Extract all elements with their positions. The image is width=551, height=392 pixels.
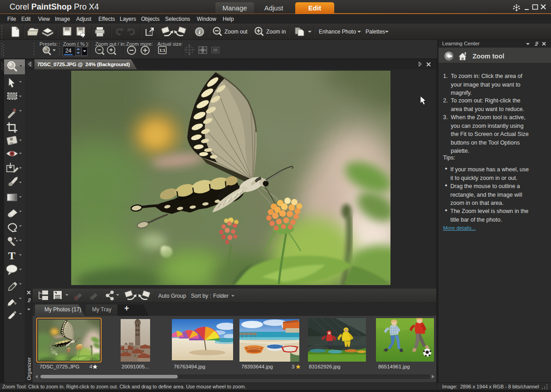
svg-text:Zoom tool: Zoom tool: [473, 53, 504, 60]
svg-text:i: i: [199, 29, 200, 35]
svg-text:24: 24: [65, 48, 72, 54]
svg-text:1:1: 1:1: [159, 48, 165, 53]
svg-text:T: T: [8, 250, 15, 261]
svg-text:Organizer: Organizer: [26, 357, 32, 380]
